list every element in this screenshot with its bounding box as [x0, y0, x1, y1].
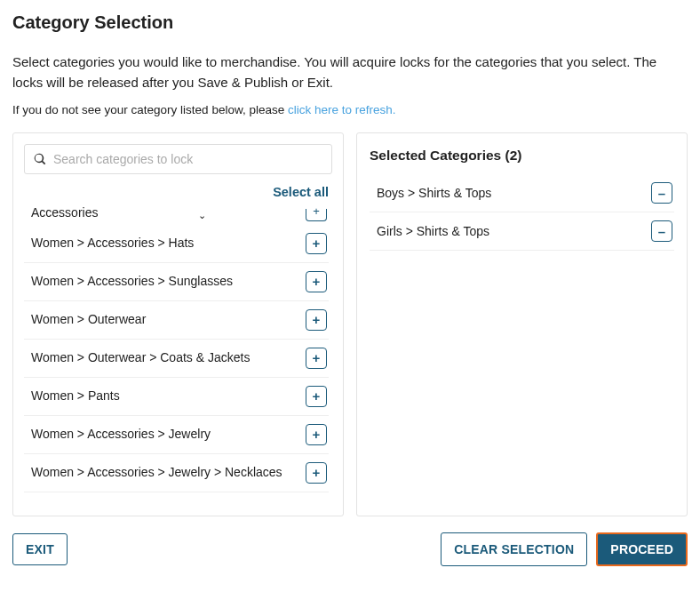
- selected-label: Boys > Shirts & Tops: [377, 186, 491, 200]
- refresh-line: If you do not see your category listed b…: [12, 103, 688, 116]
- selected-row: Boys > Shirts & Tops –: [370, 174, 674, 212]
- category-list-wrap: Accessories ⌄ + Women > Accessories > Ha…: [24, 204, 332, 505]
- selected-header: Selected Categories (2): [370, 144, 674, 174]
- selected-label: Girls > Shirts & Tops: [377, 224, 489, 238]
- clear-selection-button[interactable]: CLEAR SELECTION: [441, 532, 587, 566]
- select-all-row: Select all: [24, 181, 332, 204]
- footer-right: CLEAR SELECTION PROCEED: [441, 532, 688, 566]
- add-button[interactable]: +: [306, 233, 327, 254]
- category-row-partial: Accessories ⌄ +: [24, 204, 329, 225]
- category-row: Women > Outerwear > Coats & Jackets +: [24, 340, 329, 378]
- remove-button[interactable]: –: [651, 182, 672, 204]
- page-title: Category Selection: [12, 12, 688, 33]
- proceed-button[interactable]: PROCEED: [596, 532, 688, 566]
- search-icon: [34, 153, 46, 165]
- selected-categories-panel: Selected Categories (2) Boys > Shirts & …: [356, 132, 688, 516]
- search-input[interactable]: [53, 152, 322, 166]
- add-button[interactable]: +: [306, 424, 327, 445]
- category-row: Women > Accessories > Jewelry > Necklace…: [24, 454, 329, 492]
- add-button[interactable]: +: [306, 462, 327, 484]
- refresh-prefix: If you do not see your category listed b…: [12, 103, 288, 116]
- search-box[interactable]: [24, 144, 332, 174]
- remove-button[interactable]: –: [651, 220, 672, 242]
- category-row: Women > Outerwear +: [24, 301, 329, 340]
- category-label: Accessories: [31, 204, 103, 221]
- chevron-down-icon[interactable]: ⌄: [198, 210, 206, 221]
- category-label: Women > Accessories > Sunglasses: [31, 273, 238, 290]
- add-button[interactable]: +: [306, 271, 327, 292]
- add-button[interactable]: +: [306, 309, 327, 331]
- intro-text: Select categories you would like to merc…: [12, 52, 688, 92]
- category-label: Women > Outerwear: [31, 311, 151, 328]
- refresh-link[interactable]: click here to refresh.: [288, 103, 396, 116]
- category-label: Women > Accessories > Jewelry > Necklace…: [31, 464, 288, 481]
- category-row: Women > Accessories > Jewelry +: [24, 416, 329, 454]
- select-all-link[interactable]: Select all: [273, 185, 329, 199]
- exit-button[interactable]: EXIT: [12, 533, 68, 565]
- category-label: Women > Pants: [31, 388, 125, 404]
- footer: EXIT CLEAR SELECTION PROCEED: [12, 532, 688, 566]
- add-button[interactable]: +: [306, 348, 327, 369]
- available-categories-panel: Select all Accessories ⌄ + Women > Acces…: [12, 132, 344, 516]
- add-button-partial[interactable]: +: [306, 209, 327, 221]
- category-list[interactable]: Accessories ⌄ + Women > Accessories > Ha…: [24, 204, 332, 505]
- category-row: Women > Accessories > Sunglasses +: [24, 263, 329, 301]
- panels: Select all Accessories ⌄ + Women > Acces…: [12, 132, 688, 516]
- category-row: Women > Accessories > Hats +: [24, 225, 329, 263]
- add-button[interactable]: +: [306, 386, 327, 407]
- selected-row: Girls > Shirts & Tops –: [370, 212, 674, 251]
- category-row: Women > Pants +: [24, 378, 329, 416]
- category-label: Women > Accessories > Jewelry: [31, 426, 216, 443]
- category-label: Women > Outerwear > Coats & Jackets: [31, 349, 255, 366]
- category-label: Women > Accessories > Hats: [31, 235, 199, 252]
